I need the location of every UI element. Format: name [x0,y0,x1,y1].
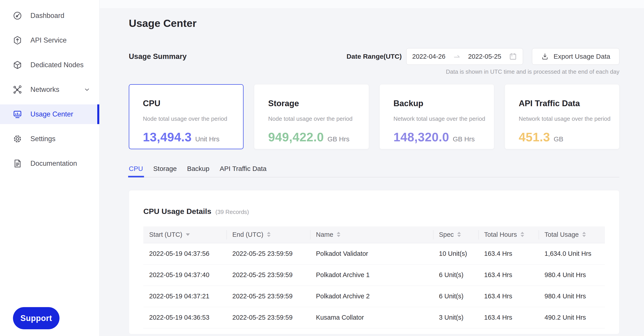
dedicated-nodes-icon [12,60,22,70]
summary-card-storage[interactable]: Storage Node total usage over the period… [254,84,369,149]
calendar-icon [509,52,517,61]
card-value: 451.3 [519,130,550,144]
sidebar-item-label: Settings [30,135,56,143]
card-title: Storage [268,99,360,108]
sidebar-item-label: API Service [30,36,67,44]
main-content: Usage Center Usage Summary Date Range(UT… [100,0,644,336]
table-row: 2022-05-19 04:37:56 2022-05-25 23:59:59 … [143,243,605,264]
sidebar-item-api-service[interactable]: API Service [0,31,99,50]
card-value: 13,494.3 [143,130,192,144]
support-button[interactable]: Support [13,307,60,329]
date-range-picker[interactable]: 2022-04-26 2022-05-25 [406,48,523,65]
networks-icon [12,85,22,95]
card-unit: GB Hrs [327,135,349,143]
sidebar-item-networks[interactable]: Networks [0,80,99,99]
column-header-start[interactable]: Start (UTC) [143,227,226,243]
sort-icon [520,232,524,237]
sidebar-item-usage-center[interactable]: Usage Center [0,104,99,124]
sidebar-item-documentation[interactable]: Documentation [0,154,99,173]
date-range-label: Date Range(UTC) [346,53,402,60]
card-description: Node total usage over the period [268,115,360,122]
card-title: Backup [394,99,486,108]
tab-api-traffic-data[interactable]: API Traffic Data [220,165,267,177]
sort-desc-icon [186,233,190,236]
sidebar-item-dashboard[interactable]: Dashboard [0,6,99,26]
summary-card-backup[interactable]: Backup Network total usage over the peri… [380,84,494,149]
table-header-row: Start (UTC) End (UTC) Name Spec Total Ho [143,227,605,243]
usage-table: Start (UTC) End (UTC) Name Spec Total Ho [143,227,605,328]
export-usage-data-button[interactable]: Export Usage Data [532,48,620,65]
usage-center-icon [12,109,22,119]
card-value: 949,422.0 [268,130,324,144]
page-title: Usage Center [129,0,620,29]
date-range-start[interactable]: 2022-04-26 [412,53,446,60]
card-description: Network total usage over the period [394,115,486,122]
sort-icon [582,232,586,237]
cpu-usage-details-panel: CPU Usage Details (39 Records) Start (UT… [129,190,620,334]
sidebar-item-label: Dedicated Nodes [30,61,84,69]
sidebar-item-dedicated-nodes[interactable]: Dedicated Nodes [0,55,99,75]
sort-icon [337,232,340,237]
usage-summary-heading: Usage Summary [129,52,187,61]
card-unit: GB [554,135,563,143]
sidebar-item-label: Usage Center [30,110,73,118]
card-unit: GB Hrs [453,135,475,143]
tab-storage[interactable]: Storage [153,165,177,177]
card-value: 148,320.0 [394,130,449,144]
tab-backup[interactable]: Backup [187,165,209,177]
column-header-spec[interactable]: Spec [433,227,478,243]
summary-cards: CPU Node total usage over the period 13,… [129,84,620,149]
column-header-name[interactable]: Name [310,227,433,243]
export-button-label: Export Usage Data [554,53,610,60]
table-row: 2022-05-19 04:36:53 2022-05-25 23:59:59 … [143,307,605,328]
column-header-end[interactable]: End (UTC) [226,227,310,243]
column-header-total-usage[interactable]: Total Usage [539,227,605,243]
column-header-total-hours[interactable]: Total Hours [478,227,539,243]
table-row: 2022-05-19 04:37:21 2022-05-25 23:59:59 … [143,286,605,307]
utc-note: Data is shown in UTC time and is process… [129,68,620,75]
sidebar-item-label: Networks [30,86,59,94]
settings-icon [12,134,22,144]
card-unit: Unit Hrs [195,135,219,143]
documentation-icon [12,158,22,169]
sort-icon [457,232,461,237]
sidebar-nav: Dashboard API Service Dedicated Nodes [0,0,99,173]
sidebar-item-label: Dashboard [30,12,64,20]
download-icon [541,53,549,60]
dashboard-icon [12,11,22,21]
card-description: Node total usage over the period [143,115,235,122]
card-title: API Traffic Data [519,99,611,108]
date-range-end[interactable]: 2022-05-25 [468,53,501,60]
sidebar-item-label: Documentation [30,159,77,167]
usage-tabs: CPU Storage Backup API Traffic Data [129,165,620,178]
api-service-icon [12,35,22,45]
card-title: CPU [143,99,235,108]
summary-card-cpu[interactable]: CPU Node total usage over the period 13,… [129,84,244,149]
summary-controls: Date Range(UTC) 2022-04-26 2022-05-25 [346,48,620,65]
sidebar-item-settings[interactable]: Settings [0,129,99,149]
arrow-right-icon [453,53,461,60]
card-description: Network total usage over the period [519,115,611,122]
sort-icon [267,232,270,237]
sidebar: Dashboard API Service Dedicated Nodes [0,0,100,336]
chevron-down-icon [84,86,90,93]
tab-cpu[interactable]: CPU [129,165,143,177]
table-row: 2022-05-19 04:37:40 2022-05-25 23:59:59 … [143,264,605,286]
details-title: CPU Usage Details [143,207,211,216]
summary-card-api-traffic[interactable]: API Traffic Data Network total usage ove… [505,84,620,149]
records-count: (39 Records) [215,209,249,216]
